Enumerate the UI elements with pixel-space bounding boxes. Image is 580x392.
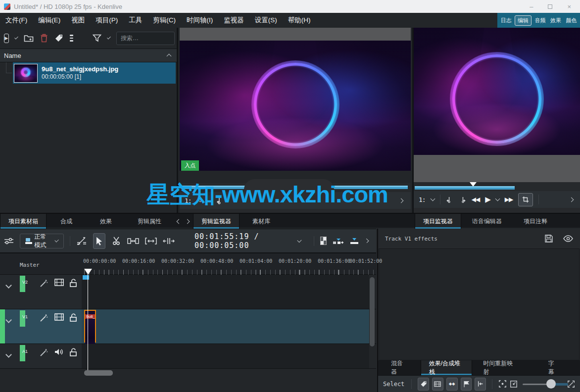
play-chevron-down-icon[interactable] <box>495 196 500 201</box>
track-v2[interactable]: V2 <box>0 275 376 309</box>
menu-timeline[interactable]: 时间轴(I) <box>181 13 218 28</box>
razor-tool-icon[interactable] <box>111 236 121 246</box>
tab-clip-properties[interactable]: 剪辑属性 <box>126 214 173 229</box>
tab-speech-editor[interactable]: 语音编辑器 <box>461 214 513 229</box>
timeline-vertical-scrollbar[interactable] <box>370 277 375 346</box>
zone-insert-icon[interactable] <box>145 237 157 245</box>
zone-crop-button[interactable] <box>518 193 533 206</box>
track-a1[interactable]: A1 <box>0 344 376 369</box>
bin-menu-icon[interactable] <box>70 35 74 41</box>
menu-monitor[interactable]: 监视器 <box>218 13 249 28</box>
zoom-chevron-down-icon[interactable] <box>430 196 435 201</box>
maximize-button[interactable] <box>548 4 552 9</box>
timeline-adjust-icon[interactable] <box>4 237 14 245</box>
bin-name-header[interactable]: Name <box>0 49 177 62</box>
goto-out-point-icon[interactable] <box>459 196 466 203</box>
track-v1[interactable]: V1 9u8_ <box>0 309 376 344</box>
tab-project-notes[interactable]: 项目注释 <box>513 214 558 229</box>
create-folder-icon[interactable] <box>24 34 34 42</box>
tab-project-bin[interactable]: 项目素材箱 <box>0 214 47 229</box>
track-a1-body[interactable] <box>82 344 369 368</box>
tab-effects[interactable]: 效果 <box>86 214 126 229</box>
slip-tool-icon[interactable] <box>163 237 175 245</box>
track-lock-icon[interactable] <box>69 313 77 322</box>
menu-edit[interactable]: 编辑(E) <box>33 13 66 28</box>
sort-chevron-up-icon[interactable] <box>167 54 172 59</box>
play-icon[interactable]: ▶ <box>485 195 490 204</box>
show-markers-button[interactable] <box>418 378 429 391</box>
timeline-horizontal-scrollbar[interactable] <box>84 370 113 376</box>
effects-stack-empty[interactable] <box>379 248 580 360</box>
tab-scroll-right-icon[interactable] <box>185 219 190 224</box>
insert-zone-button-icon[interactable] <box>349 237 359 245</box>
track-effects-wand-icon[interactable] <box>40 348 48 357</box>
show-effects-eye-icon[interactable] <box>563 235 573 242</box>
track-a1-header[interactable]: A1 <box>0 344 82 368</box>
tab-compositions[interactable]: 合成 <box>47 214 86 229</box>
close-button[interactable]: × <box>567 3 571 10</box>
track-v2-body[interactable] <box>82 275 369 309</box>
menu-settings[interactable]: 设置(S) <box>249 13 283 28</box>
zoom-out-button[interactable] <box>510 380 518 388</box>
zoom-slider-handle[interactable] <box>546 379 556 389</box>
tab-project-monitor[interactable]: 项目监视器 <box>415 214 461 229</box>
track-v2-header[interactable]: V2 <box>0 275 82 309</box>
collapse-chevron-icon[interactable] <box>6 281 11 290</box>
collapse-chevron-icon[interactable] <box>6 350 11 359</box>
workspace-tab-logging[interactable]: 日志 <box>499 16 513 25</box>
tab-time-remap[interactable]: 时间重新映射 <box>472 360 527 375</box>
track-v1-body[interactable]: 9u8_ <box>82 309 369 343</box>
add-clip-icon[interactable]: ▶ <box>4 34 9 43</box>
show-flags-button[interactable] <box>461 378 472 391</box>
fit-zoom-button[interactable] <box>498 380 507 388</box>
menu-help[interactable]: 帮助(H) <box>283 13 316 28</box>
toolbar-overflow-chevron-icon[interactable] <box>365 239 369 243</box>
fast-forward-icon[interactable]: ▶▶ <box>505 196 513 203</box>
minimize-button[interactable]: – <box>530 3 533 10</box>
collapse-chevron-icon[interactable] <box>6 315 11 324</box>
tag-icon[interactable] <box>54 34 63 43</box>
monitor-zoom-level[interactable]: 1: <box>419 196 426 203</box>
workspace-tab-effects[interactable]: 效果 <box>549 16 563 25</box>
delete-icon[interactable] <box>40 34 48 43</box>
select-tool-button[interactable] <box>93 233 106 249</box>
menu-clip[interactable]: 剪辑(C) <box>147 13 181 28</box>
menu-tools[interactable]: 工具 <box>123 13 147 28</box>
track-v1-header[interactable]: V1 <box>0 309 82 343</box>
menu-view[interactable]: 视图 <box>66 13 90 28</box>
project-monitor-zone-bar[interactable] <box>415 186 515 190</box>
timeline-zone-marker[interactable] <box>83 275 89 280</box>
show-video-thumbnails-button[interactable] <box>432 378 443 391</box>
timecode-chevron-down-icon[interactable] <box>297 238 301 243</box>
timeline-playhead-line[interactable] <box>88 269 88 370</box>
spacer-tool-icon[interactable] <box>127 237 139 245</box>
goto-in-point-icon[interactable] <box>446 196 453 203</box>
menu-file[interactable]: 文件(F) <box>0 13 33 28</box>
workspace-tab-editing[interactable]: 编辑 <box>515 15 532 26</box>
search-input[interactable] <box>116 32 175 45</box>
save-effect-icon[interactable] <box>544 234 553 243</box>
timeline-playhead-icon[interactable] <box>84 269 92 275</box>
tab-library[interactable]: 素材库 <box>240 214 283 229</box>
timeline-zoom-slider[interactable] <box>523 378 562 391</box>
mix-button-icon[interactable] <box>333 237 343 245</box>
monitor-overflow-chevron-icon[interactable] <box>569 197 574 202</box>
menu-project[interactable]: 项目(P) <box>90 13 123 28</box>
mix-clips-tool-icon[interactable] <box>76 237 87 245</box>
bin-clip-row[interactable]: 9u8_net_shigjxedpsh.jpg 00:00:05:00 [1] <box>0 62 177 84</box>
tab-mixer[interactable]: 混音器 <box>378 360 421 375</box>
track-lock-icon[interactable] <box>69 279 77 287</box>
track-video-icon[interactable] <box>54 279 64 286</box>
monitor-overflow-chevron-icon[interactable] <box>399 198 404 203</box>
compositing-icon[interactable] <box>320 237 327 245</box>
tab-effect-stack[interactable]: 效果/合成堆栈 <box>421 360 473 375</box>
project-monitor-ruler[interactable] <box>414 182 580 191</box>
filter-icon[interactable] <box>93 34 101 42</box>
tab-clip-monitor[interactable]: 剪辑监视器 <box>193 214 240 229</box>
track-effects-wand-icon[interactable] <box>40 279 48 288</box>
timeline-timecode[interactable]: 00:01:55:19 / 00:00:05:00 <box>194 232 292 250</box>
add-clip-chevron-down-icon[interactable] <box>14 36 18 40</box>
track-audio-icon[interactable] <box>54 348 63 356</box>
filter-chevron-down-icon[interactable] <box>107 36 111 40</box>
edit-mode-dropdown[interactable]: 正常模式 <box>20 234 64 248</box>
